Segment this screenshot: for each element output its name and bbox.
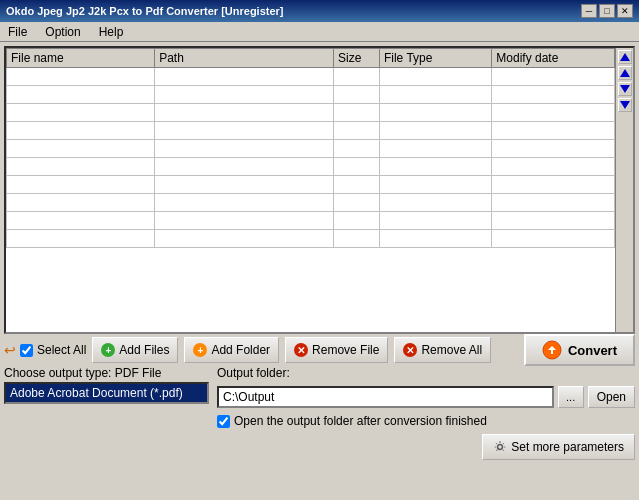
svg-point-5 (498, 445, 503, 450)
maximize-button[interactable]: □ (599, 4, 615, 18)
col-header-path: Path (155, 49, 334, 68)
table-row (7, 230, 615, 248)
remove-file-label: Remove File (312, 343, 379, 357)
svg-marker-3 (620, 101, 630, 109)
output-folder-row: ... Open (217, 386, 635, 408)
menu-option[interactable]: Option (41, 24, 84, 40)
select-all-checkbox[interactable] (20, 344, 33, 357)
scroll-up-button[interactable] (618, 66, 632, 80)
scroll-top-button[interactable] (618, 50, 632, 64)
minimize-button[interactable]: ─ (581, 4, 597, 18)
add-folder-icon: + (193, 343, 207, 357)
set-parameters-label: Set more parameters (511, 440, 624, 454)
svg-marker-2 (620, 85, 630, 93)
add-files-label: Add Files (119, 343, 169, 357)
browse-button[interactable]: ... (558, 386, 584, 408)
bottom-section: Choose output type: PDF File Adobe Acrob… (4, 366, 635, 496)
controls-row: ↩ Select All + Add Files + Add Folder ✕ … (4, 338, 635, 362)
remove-all-label: Remove All (421, 343, 482, 357)
table-row (7, 212, 615, 230)
open-after-conversion-checkbox[interactable] (217, 415, 230, 428)
files-table: File name Path Size File Type Modify dat… (6, 48, 615, 248)
col-header-size: Size (333, 49, 379, 68)
output-folder-panel: Output folder: ... Open Open the output … (217, 366, 635, 460)
menu-help[interactable]: Help (95, 24, 128, 40)
menu-bar: File Option Help (0, 22, 639, 42)
window-controls: ─ □ ✕ (581, 4, 633, 18)
remove-file-button[interactable]: ✕ Remove File (285, 337, 388, 363)
select-all-label: Select All (37, 343, 86, 357)
output-type-list[interactable]: Adobe Acrobat Document (*.pdf) (4, 382, 209, 404)
convert-button[interactable]: Convert (524, 334, 635, 366)
output-folder-input[interactable] (217, 386, 554, 408)
set-parameters-button[interactable]: Set more parameters (482, 434, 635, 460)
convert-icon (542, 340, 562, 360)
add-folder-button[interactable]: + Add Folder (184, 337, 279, 363)
remove-file-icon: ✕ (294, 343, 308, 357)
svg-marker-0 (620, 53, 630, 61)
col-header-filename: File name (7, 49, 155, 68)
table-row (7, 86, 615, 104)
remove-all-icon: ✕ (403, 343, 417, 357)
remove-all-button[interactable]: ✕ Remove All (394, 337, 491, 363)
file-table-container: File name Path Size File Type Modify dat… (4, 46, 635, 334)
title-bar: Okdo Jpeg Jp2 J2k Pcx to Pdf Converter [… (0, 0, 639, 22)
scroll-bottom-button[interactable] (618, 98, 632, 112)
table-row (7, 122, 615, 140)
select-all-area: ↩ Select All (4, 342, 86, 358)
menu-file[interactable]: File (4, 24, 31, 40)
output-folder-label: Output folder: (217, 366, 635, 380)
output-type-panel: Choose output type: PDF File Adobe Acrob… (4, 366, 209, 404)
table-scrollbar (615, 48, 633, 332)
back-icon: ↩ (4, 342, 16, 358)
app-title: Okdo Jpeg Jp2 J2k Pcx to Pdf Converter [… (6, 5, 284, 17)
main-window: File name Path Size File Type Modify dat… (0, 42, 639, 500)
close-button[interactable]: ✕ (617, 4, 633, 18)
add-folder-label: Add Folder (211, 343, 270, 357)
table-row (7, 104, 615, 122)
table-row (7, 68, 615, 86)
add-files-icon: + (101, 343, 115, 357)
svg-marker-1 (620, 69, 630, 77)
output-type-label: Choose output type: PDF File (4, 366, 209, 380)
open-after-conversion-label: Open the output folder after conversion … (234, 414, 487, 428)
col-header-filetype: File Type (379, 49, 491, 68)
table-row (7, 158, 615, 176)
scroll-down-button[interactable] (618, 82, 632, 96)
file-table[interactable]: File name Path Size File Type Modify dat… (6, 48, 615, 332)
table-row (7, 176, 615, 194)
output-type-pdf[interactable]: Adobe Acrobat Document (*.pdf) (6, 384, 207, 402)
col-header-modifydate: Modify date (492, 49, 615, 68)
table-row (7, 194, 615, 212)
add-files-button[interactable]: + Add Files (92, 337, 178, 363)
gear-icon (493, 440, 507, 454)
open-after-conversion-row: Open the output folder after conversion … (217, 414, 635, 428)
table-row (7, 140, 615, 158)
table-header-row: File name Path Size File Type Modify dat… (7, 49, 615, 68)
convert-label: Convert (568, 343, 617, 358)
open-folder-button[interactable]: Open (588, 386, 635, 408)
